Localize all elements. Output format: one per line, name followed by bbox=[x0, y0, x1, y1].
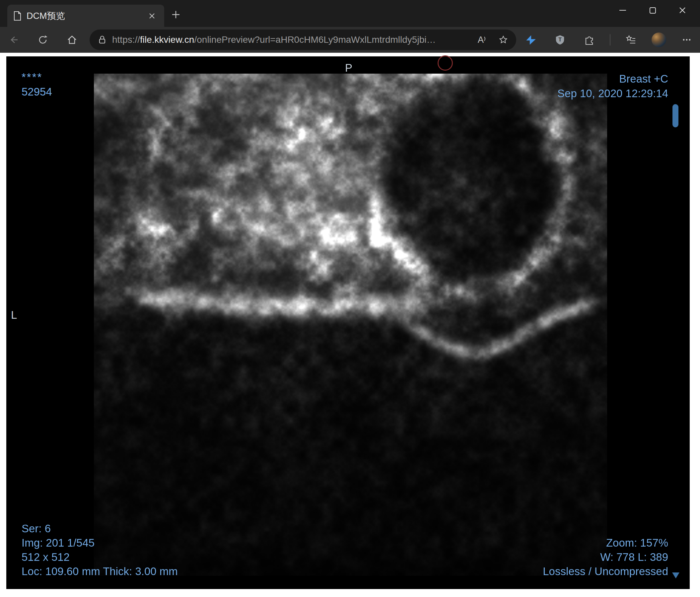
url-path: /onlinePreview?url=aHR0cHM6Ly9maWxlLmtrd… bbox=[194, 34, 435, 45]
page-content: **** 52954 P L Breast +C Sep 10, 2020 12… bbox=[0, 53, 700, 597]
series-scrollbar-thumb[interactable] bbox=[672, 104, 678, 127]
close-button[interactable] bbox=[668, 0, 697, 21]
dicom-viewer[interactable]: **** 52954 P L Breast +C Sep 10, 2020 12… bbox=[6, 56, 690, 589]
overlay-patient-mask: **** bbox=[22, 70, 52, 84]
home-button[interactable] bbox=[63, 31, 81, 49]
window-controls bbox=[608, 0, 697, 21]
shield-t-extension-icon[interactable]: T bbox=[551, 31, 569, 48]
overlay-patient-id: 52954 bbox=[22, 84, 52, 99]
refresh-icon bbox=[37, 34, 48, 46]
extensions-puzzle-icon[interactable] bbox=[580, 31, 598, 48]
profile-avatar[interactable] bbox=[652, 32, 666, 47]
document-icon bbox=[12, 11, 22, 21]
read-aloud-label: A bbox=[478, 35, 484, 45]
menu-dots-button[interactable] bbox=[678, 31, 695, 48]
svg-text:T: T bbox=[558, 37, 562, 43]
close-icon bbox=[678, 6, 686, 14]
navigation-bar: https://file.kkview.cn/onlinePreview?url… bbox=[0, 27, 700, 53]
extension-icon-blue[interactable] bbox=[522, 31, 540, 48]
overlay-series: Ser: 6 bbox=[22, 521, 178, 536]
orientation-marker-posterior: P bbox=[342, 61, 355, 75]
overlay-series-block: Ser: 6 Img: 201 1/545 512 x 512 Loc: 109… bbox=[22, 521, 178, 578]
new-tab-button[interactable] bbox=[169, 7, 183, 22]
overlay-window-level: W: 778 L: 389 bbox=[543, 550, 668, 564]
overlay-compression: Lossless / Uncompressed bbox=[543, 564, 668, 578]
toolbar-divider bbox=[610, 34, 610, 46]
tab-bar: DCM预览 bbox=[0, 0, 700, 27]
tab-close-icon[interactable] bbox=[145, 9, 159, 23]
read-aloud-button[interactable]: A bbox=[478, 35, 487, 45]
favorites-hub-icon[interactable] bbox=[622, 31, 640, 48]
overlay-display-block: Zoom: 157% W: 778 L: 389 Lossless / Unco… bbox=[543, 536, 668, 578]
refresh-button[interactable] bbox=[34, 31, 52, 49]
overlay-datetime: Sep 10, 2020 12:29:14 bbox=[557, 86, 668, 101]
overlay-study-block: Breast +C Sep 10, 2020 12:29:14 bbox=[557, 72, 668, 101]
url-scheme: https:// bbox=[112, 34, 140, 45]
home-icon bbox=[66, 34, 78, 46]
overlay-image-index: Img: 201 1/545 bbox=[22, 536, 178, 550]
orientation-marker-left: L bbox=[11, 308, 17, 322]
overlay-location: Loc: 109.60 mm Thick: 3.00 mm bbox=[22, 564, 178, 578]
back-button[interactable] bbox=[5, 31, 23, 49]
minimize-button[interactable] bbox=[608, 0, 638, 21]
favorite-star-button[interactable] bbox=[498, 35, 508, 45]
tab-dcm-preview[interactable]: DCM预览 bbox=[7, 5, 164, 27]
overlay-exam-name: Breast +C bbox=[557, 72, 668, 86]
mri-image-canvas[interactable] bbox=[94, 74, 607, 576]
annotation-circle bbox=[438, 55, 453, 71]
overlay-patient-block: **** 52954 bbox=[22, 70, 52, 99]
read-aloud-wave-icon bbox=[484, 35, 487, 42]
back-icon bbox=[8, 34, 19, 46]
url-text[interactable]: https://file.kkview.cn/onlinePreview?url… bbox=[112, 34, 435, 45]
tab-title: DCM预览 bbox=[27, 10, 145, 22]
scroll-down-arrow-icon[interactable] bbox=[672, 572, 679, 578]
overlay-zoom: Zoom: 157% bbox=[543, 536, 668, 550]
url-host: file.kkview.cn bbox=[140, 34, 194, 45]
address-bar[interactable]: https://file.kkview.cn/onlinePreview?url… bbox=[90, 29, 516, 50]
ellipsis-icon bbox=[681, 34, 692, 46]
lock-icon[interactable] bbox=[98, 35, 107, 45]
minimize-icon bbox=[619, 10, 626, 10]
maximize-icon bbox=[650, 7, 656, 14]
overlay-matrix: 512 x 512 bbox=[22, 550, 178, 564]
maximize-button[interactable] bbox=[638, 0, 668, 21]
